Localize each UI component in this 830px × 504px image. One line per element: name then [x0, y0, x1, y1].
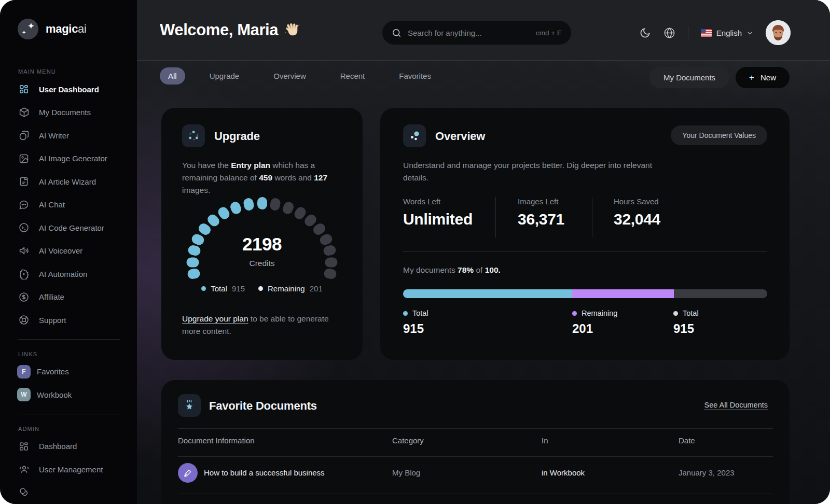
- progress-segment: [572, 289, 673, 298]
- col-in: In: [542, 436, 548, 445]
- waving-hand-icon: [284, 22, 300, 38]
- terminal-icon: [18, 222, 30, 233]
- col-document-information: Document Information: [178, 436, 255, 445]
- stat-divider: [495, 197, 496, 237]
- legend-dot-gray: [673, 311, 678, 316]
- gauge-dot: [187, 268, 201, 280]
- document-date: January 3, 2023: [679, 468, 735, 477]
- gauge-dot: [323, 268, 337, 280]
- tab-overview[interactable]: Overview: [264, 67, 316, 85]
- tab-favorites[interactable]: Favorites: [389, 67, 441, 85]
- sidebar-item-user-management[interactable]: User Management: [0, 458, 137, 481]
- favorites-badge: F: [17, 365, 31, 379]
- chevron-down-icon: [746, 30, 753, 36]
- sidebar-item-partial[interactable]: [0, 481, 137, 504]
- gear-play-icon: [18, 268, 30, 279]
- your-document-values-button[interactable]: Your Document Values: [671, 125, 767, 145]
- cube-icon: [18, 107, 30, 118]
- sidebar: ✦✦ magicai MAIN MENU User Dashboard My D…: [0, 0, 137, 504]
- legend-dot-white: [258, 286, 263, 291]
- my-documents-button[interactable]: My Documents: [649, 67, 729, 88]
- brand-name: magicai: [46, 22, 87, 36]
- gauge-dot: [293, 205, 308, 221]
- tab-recent[interactable]: Recent: [330, 67, 375, 85]
- section-label-links: LINKS: [0, 351, 137, 357]
- brand-logo[interactable]: ✦✦ magicai: [0, 0, 137, 39]
- gauge-dot: [269, 198, 281, 212]
- main-menu: User Dashboard My Documents AI Writer AI…: [0, 78, 137, 332]
- sidebar-item-my-documents[interactable]: My Documents: [0, 101, 137, 124]
- dashboard-grid-icon: [18, 441, 30, 452]
- section-label-admin: ADMIN: [0, 426, 137, 432]
- sidebar-item-workbook[interactable]: W Workbook: [0, 383, 137, 407]
- overview-divider: [403, 251, 767, 252]
- plan-summary-text: You have the Entry plan which has a rema…: [182, 159, 340, 197]
- upgrade-plan-link[interactable]: Upgrade your plan: [182, 314, 248, 323]
- article-doc-icon: [18, 176, 30, 187]
- sidebar-item-affiliate[interactable]: Affiliate: [0, 286, 137, 309]
- dashboard-grid-icon: [18, 83, 30, 95]
- sidebar-item-ai-code-generator[interactable]: AI Code Generator: [0, 216, 137, 240]
- gauge-dot: [257, 197, 267, 209]
- favorite-documents-card: Favorite Documents See All Documents Doc…: [161, 380, 790, 504]
- top-bar: Welcome, Maria Search for anything... cm…: [137, 0, 830, 61]
- stat-words-left: Words Left Unlimited: [403, 197, 473, 228]
- gauge-dot: [205, 213, 221, 228]
- credits-legend: Total 915 Remaining 201: [161, 284, 363, 293]
- main-content: Welcome, Maria Search for anything... cm…: [137, 0, 830, 504]
- search-icon: [392, 28, 402, 38]
- pages-icon: [18, 130, 30, 141]
- credits-value: 2198: [161, 234, 363, 255]
- table-divider: [178, 456, 773, 457]
- progress-segment: [403, 289, 572, 298]
- upgrade-card: Upgrade You have the Entry plan which ha…: [161, 108, 363, 360]
- see-all-documents-link[interactable]: See All Documents: [704, 401, 768, 409]
- col-date: Date: [679, 436, 695, 445]
- upgrade-footer-text: Upgrade your plan to be able to generate…: [182, 313, 343, 338]
- search-placeholder: Search for anything...: [408, 29, 530, 37]
- overview-title: Overview: [435, 130, 485, 143]
- dark-mode-moon-icon[interactable]: [639, 27, 651, 39]
- sidebar-item-ai-voiceover[interactable]: AI Voiceover: [0, 240, 137, 263]
- image-icon: [18, 153, 30, 164]
- sidebar-item-support[interactable]: Support: [0, 309, 137, 332]
- document-category: My Blog: [392, 468, 420, 477]
- sidebar-item-ai-article-wizard[interactable]: AI Article Wizard: [0, 170, 137, 193]
- app-window: ✦✦ magicai MAIN MENU User Dashboard My D…: [0, 0, 830, 504]
- sidebar-item-ai-chat[interactable]: AI Chat: [0, 193, 137, 217]
- coins-icon: [18, 487, 30, 498]
- star-sparkle-icon: [178, 394, 201, 417]
- header-divider: [688, 26, 688, 39]
- sidebar-item-favorites[interactable]: F Favorites: [0, 360, 137, 384]
- chat-bubble-icon: [18, 199, 30, 211]
- globe-icon[interactable]: [663, 27, 675, 39]
- sidebar-item-admin-dashboard[interactable]: Dashboard: [0, 435, 137, 458]
- us-flag-icon: [701, 29, 712, 37]
- legend-total: Total 915: [201, 284, 245, 293]
- document-title[interactable]: How to build a successful business: [204, 468, 325, 477]
- lifebuoy-icon: [18, 314, 30, 326]
- new-button[interactable]: + New: [736, 67, 790, 88]
- tab-all[interactable]: All: [160, 67, 185, 85]
- dots-cluster-icon: [403, 124, 426, 147]
- search-input[interactable]: Search for anything... cmd + E: [382, 21, 571, 45]
- user-avatar[interactable]: [766, 20, 791, 45]
- sidebar-item-ai-image-generator[interactable]: AI Image Generator: [0, 147, 137, 171]
- stat-images-left: Images Left 36,371: [518, 197, 564, 228]
- plus-icon: +: [749, 73, 754, 83]
- users-icon: [18, 464, 30, 475]
- stat-divider: [592, 197, 592, 237]
- gauge-dot: [303, 213, 319, 228]
- sparkle-logo-icon: ✦✦: [18, 19, 38, 39]
- favorite-documents-title: Favorite Documents: [209, 399, 317, 413]
- sidebar-item-user-dashboard[interactable]: User Dashboard: [0, 78, 137, 101]
- table-divider: [178, 428, 773, 429]
- sidebar-item-ai-writer[interactable]: AI Writer: [0, 124, 137, 147]
- workbook-badge: W: [17, 388, 31, 401]
- language-selector[interactable]: English: [701, 29, 753, 37]
- legend-remaining: Remaining 201: [258, 284, 323, 293]
- sidebar-item-ai-automation[interactable]: AI Automation: [0, 262, 137, 286]
- tab-upgrade[interactable]: Upgrade: [200, 67, 250, 85]
- dollar-circle-icon: [18, 291, 30, 303]
- sidebar-divider: [18, 414, 120, 414]
